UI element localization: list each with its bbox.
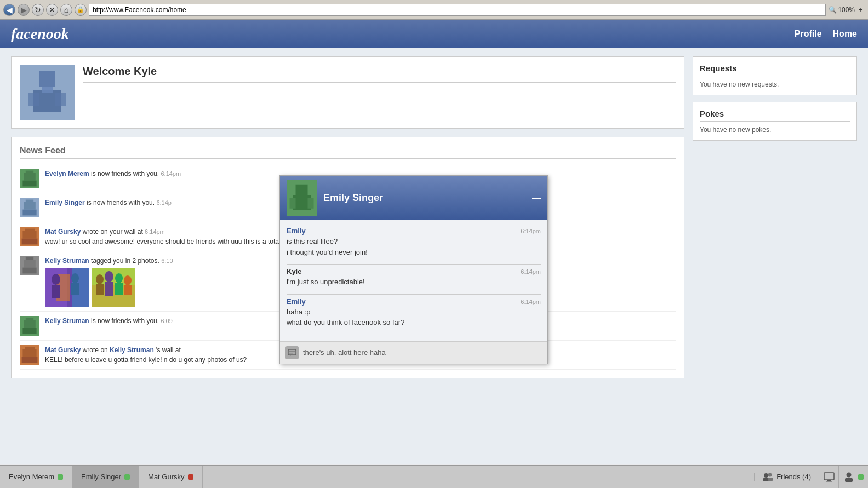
feed-target-link[interactable]: Kelly Struman: [110, 346, 154, 354]
svg-rect-39: [124, 285, 132, 295]
svg-rect-56: [289, 353, 293, 354]
status-chat-name: Evelyn Merem: [9, 473, 54, 481]
svg-rect-55: [289, 351, 295, 352]
svg-rect-43: [22, 328, 36, 334]
svg-rect-15: [25, 229, 35, 231]
stop-button[interactable]: ✕: [46, 4, 58, 16]
svg-rect-63: [826, 481, 832, 482]
chat-contact-avatar: [287, 180, 317, 216]
monitor-icon-button[interactable]: [819, 466, 838, 489]
feed-avatar: [20, 198, 39, 217]
status-chat-evelyn[interactable]: Evelyn Merem: [0, 466, 72, 488]
svg-point-57: [764, 473, 768, 478]
feed-time: 6:10: [161, 257, 173, 264]
chat-message: Emily 6:14pm is this real lifee?i though…: [287, 227, 541, 257]
svg-rect-12: [24, 202, 36, 209]
svg-rect-27: [52, 285, 60, 298]
svg-rect-19: [26, 257, 33, 260]
feed-action: wrote on: [83, 346, 110, 354]
chat-msg-header: Kyle 6:14pm: [287, 267, 541, 275]
feed-user-link[interactable]: Emily Singer: [45, 199, 85, 206]
fb-logo[interactable]: facenook: [11, 25, 69, 43]
svg-rect-52: [308, 198, 314, 209]
svg-point-32: [96, 274, 104, 284]
svg-rect-20: [24, 260, 36, 267]
photo-thumb[interactable]: [45, 268, 89, 307]
svg-rect-9: [22, 181, 36, 187]
pokes-text: You have no new pokes.: [700, 126, 850, 134]
svg-rect-46: [22, 349, 36, 357]
feed-time: 6:14pm: [161, 170, 181, 177]
fb-nav: Profile Home: [795, 29, 857, 39]
feed-avatar: [20, 316, 39, 336]
zoom-in-button[interactable]: +: [856, 5, 865, 14]
chat-msg-header: Emily 6:14pm: [287, 297, 541, 306]
svg-rect-49: [296, 185, 308, 195]
svg-point-64: [846, 472, 851, 477]
back-button[interactable]: ◀: [3, 4, 15, 16]
feed-user-link[interactable]: Evelyn Merem: [45, 170, 89, 177]
feed-user-link[interactable]: Mat Gursky: [45, 346, 81, 354]
chat-msg-text: haha :pwhat do you think of facenook so …: [287, 307, 541, 328]
svg-rect-61: [824, 473, 834, 480]
chat-contact-name: Emily Singer: [323, 192, 526, 204]
profile-link[interactable]: Profile: [795, 29, 822, 39]
svg-rect-21: [22, 268, 36, 274]
status-dot-red: [188, 474, 193, 480]
svg-point-28: [71, 273, 79, 283]
pokes-title: Pokes: [700, 109, 850, 122]
photo-thumb[interactable]: [92, 268, 135, 307]
feed-user-link[interactable]: Kelly Struman: [45, 317, 89, 325]
zoom-out-button[interactable]: 🔍: [828, 5, 837, 14]
address-bar[interactable]: http://www.Facenook.com/home: [89, 4, 826, 16]
news-feed-title: News Feed: [20, 146, 676, 159]
friends-button[interactable]: Friends (4): [754, 473, 819, 481]
svg-rect-13: [22, 210, 36, 216]
requests-text: You have no new requests.: [700, 81, 850, 88]
browser-toolbar: ◀ ▶ ↻ ✕ ⌂ 🔒 http://www.Facenook.com/home…: [0, 0, 868, 20]
svg-rect-65: [845, 478, 853, 482]
svg-rect-51: [290, 198, 296, 209]
refresh-button[interactable]: ↻: [32, 4, 44, 16]
msg-divider: [287, 294, 541, 295]
chat-msg-sender: Emily: [287, 297, 306, 306]
feed-time: 6:14pm: [145, 228, 165, 235]
user-icon-button[interactable]: [838, 466, 858, 489]
feed-user-link[interactable]: Kelly Struman: [45, 257, 89, 265]
chat-msg-time: 6:14pm: [521, 228, 541, 234]
feed-action: wrote on your wall at: [83, 228, 145, 236]
status-chat-name: Mat Gursky: [148, 473, 184, 481]
chat-message: Kyle 6:14pm i'm just so unpredictable!: [287, 267, 541, 288]
chat-input-row: there's uh, alott here haha: [280, 341, 547, 364]
svg-marker-54: [290, 355, 292, 356]
svg-rect-4: [55, 93, 66, 106]
chat-msg-time: 6:14pm: [521, 298, 541, 305]
chat-msg-sender: Kyle: [287, 267, 301, 275]
svg-rect-41: [26, 318, 33, 320]
feed-time: 6:09: [161, 318, 172, 324]
url-text: http://www.Facenook.com/home: [93, 6, 186, 14]
feed-user-link[interactable]: Mat Gursky: [45, 228, 81, 236]
home-link[interactable]: Home: [833, 29, 857, 39]
home-button[interactable]: ⌂: [60, 4, 72, 16]
svg-rect-29: [71, 283, 79, 295]
chat-msg-text: is this real lifee?i thought you'd never…: [287, 236, 541, 257]
svg-rect-1: [39, 71, 55, 87]
msg-divider: [287, 264, 541, 265]
status-right: Friends (4): [754, 466, 868, 489]
chat-msg-header: Emily 6:14pm: [287, 227, 541, 235]
svg-rect-60: [768, 478, 773, 481]
chat-minimize-button[interactable]: —: [532, 193, 541, 203]
svg-rect-42: [24, 320, 36, 328]
chat-input[interactable]: there's uh, alott here haha: [303, 348, 542, 357]
chat-body: Emily 6:14pm is this real lifee?i though…: [280, 220, 547, 364]
chat-message: Emily 6:14pm haha :pwhat do you think of…: [287, 297, 541, 328]
svg-point-26: [52, 274, 60, 285]
status-bar: Evelyn Merem Emily Singer Mat Gursky Fri…: [0, 465, 868, 488]
status-chat-mat[interactable]: Mat Gursky: [139, 466, 202, 488]
svg-rect-3: [28, 93, 39, 106]
status-chat-name: Emily Singer: [81, 473, 121, 481]
forward-button[interactable]: ▶: [18, 4, 30, 16]
feed-time: 6:14p: [156, 199, 172, 206]
status-chat-emily[interactable]: Emily Singer: [72, 466, 139, 488]
